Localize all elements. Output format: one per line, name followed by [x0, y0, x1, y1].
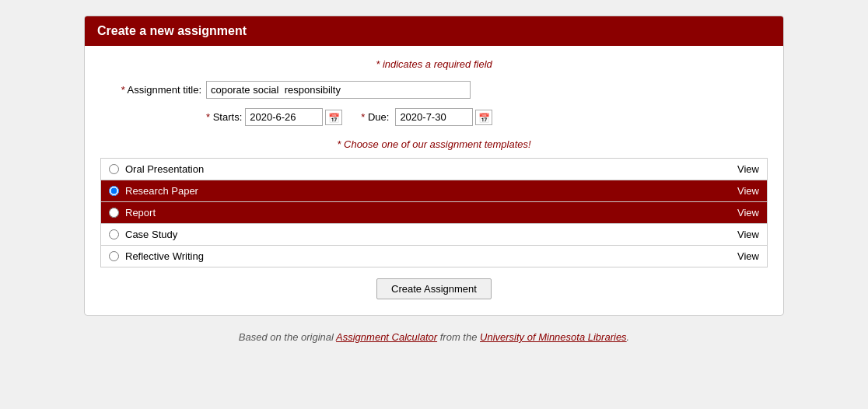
template-name-report: Report	[125, 207, 156, 218]
footer-text-middle: from the	[437, 331, 480, 343]
template-radio-oral[interactable]	[109, 164, 119, 174]
form-header: Create a new assignment	[85, 16, 783, 46]
template-view-reflective[interactable]: View	[737, 250, 759, 262]
due-date-input[interactable]	[395, 108, 473, 126]
title-label: * Assignment title:	[100, 84, 201, 96]
required-asterisk: *	[376, 58, 380, 70]
template-radio-reflective[interactable]	[109, 251, 119, 261]
template-left-research: Research Paper	[109, 185, 198, 197]
template-note: * Choose one of our assignment templates…	[100, 138, 768, 150]
footer-link-university[interactable]: University of Minnesota Libraries	[480, 331, 627, 343]
template-view-report[interactable]: View	[737, 207, 759, 218]
header-title: Create a new assignment	[97, 24, 247, 37]
template-name-research: Research Paper	[125, 185, 198, 197]
template-name-oral: Oral Presentation	[125, 163, 204, 175]
template-view-research[interactable]: View	[737, 185, 759, 197]
template-row-reflective: Reflective Writing View	[101, 246, 767, 267]
due-calendar-icon[interactable]: 📅	[475, 110, 492, 125]
required-note: * indicates a required field	[100, 58, 768, 70]
template-view-oral[interactable]: View	[737, 163, 759, 175]
form-body: * indicates a required field * Assignmen…	[85, 46, 783, 315]
starts-label: * Starts:	[206, 111, 242, 123]
template-radio-research[interactable]	[109, 186, 119, 196]
template-radio-report[interactable]	[109, 208, 119, 218]
create-assignment-button[interactable]: Create Assignment	[376, 278, 492, 299]
main-container: Create a new assignment * indicates a re…	[84, 16, 784, 316]
template-note-text: Choose one of our assignment templates!	[344, 138, 531, 150]
footer-link-calculator[interactable]: Assignment Calculator	[336, 331, 437, 343]
footer-text-before: Based on the original	[239, 331, 336, 343]
button-row: Create Assignment	[100, 278, 768, 299]
template-name-case: Case Study	[125, 229, 177, 240]
title-row: * Assignment title:	[100, 81, 768, 99]
template-row-oral: Oral Presentation View	[101, 159, 767, 180]
template-row-case: Case Study View	[101, 224, 767, 246]
footer-text-after: .	[627, 331, 630, 343]
template-name-reflective: Reflective Writing	[125, 250, 204, 262]
template-list: Oral Presentation View Research Paper Vi…	[100, 158, 768, 267]
date-row: * Starts: 📅 * Due: 📅	[206, 108, 768, 126]
footer: Based on the original Assignment Calcula…	[239, 331, 629, 343]
due-label: * Due:	[361, 111, 389, 123]
starts-date-input[interactable]	[245, 108, 323, 126]
template-left-oral: Oral Presentation	[109, 163, 204, 175]
template-radio-case[interactable]	[109, 229, 119, 239]
template-view-case[interactable]: View	[737, 229, 759, 240]
starts-calendar-icon[interactable]: 📅	[325, 110, 342, 125]
template-row-research: Research Paper View	[101, 180, 767, 202]
assignment-title-input[interactable]	[206, 81, 471, 99]
template-row-report: Report View	[101, 202, 767, 224]
template-left-reflective: Reflective Writing	[109, 250, 204, 262]
template-left-case: Case Study	[109, 229, 177, 240]
template-left-report: Report	[109, 207, 156, 218]
due-section: * Due: 📅	[353, 108, 492, 126]
required-text: indicates a required field	[383, 58, 492, 70]
